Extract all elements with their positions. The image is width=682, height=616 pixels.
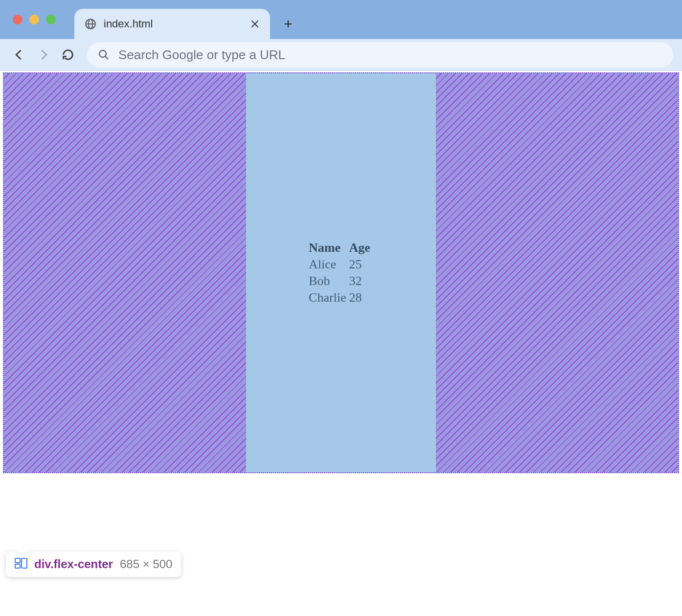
col-header-age: Age (349, 240, 373, 256)
close-tab-button[interactable] (250, 19, 260, 29)
table-row: Alice 25 (309, 256, 373, 273)
svg-rect-1 (15, 558, 20, 563)
layout-icon (15, 558, 27, 571)
table-header-row: Name Age (309, 240, 373, 256)
browser-tab-strip: index.html + (0, 0, 682, 39)
devtools-element-tooltip: div.flex-center 685 × 500 (6, 551, 181, 577)
cell-name: Alice (309, 256, 349, 273)
table-row: Charlie 28 (309, 289, 373, 306)
address-bar[interactable]: Search Google or type a URL (87, 42, 673, 67)
cell-age: 28 (349, 289, 373, 306)
col-header-name: Name (309, 240, 349, 256)
tooltip-dimensions: 685 × 500 (120, 557, 172, 571)
tooltip-class: .flex-center (50, 557, 113, 571)
flex-center-inspected[interactable]: Name Age Alice 25 Bob 32 Charlie (3, 72, 679, 473)
reload-button[interactable] (58, 44, 78, 65)
minimize-window-button[interactable] (29, 15, 39, 24)
svg-point-0 (99, 50, 106, 57)
tab-title: index.html (104, 18, 250, 30)
address-bar-placeholder: Search Google or type a URL (118, 47, 285, 63)
cell-age: 32 (349, 273, 373, 289)
svg-rect-2 (22, 558, 27, 568)
flex-free-space-right (436, 73, 678, 472)
tooltip-caret (18, 547, 27, 551)
cell-name: Charlie (309, 289, 349, 306)
tooltip-tag: div (34, 557, 50, 571)
forward-button[interactable] (33, 44, 54, 65)
back-button[interactable] (9, 44, 29, 65)
globe-icon (84, 18, 97, 30)
cell-age: 25 (349, 256, 373, 273)
browser-toolbar: Search Google or type a URL (0, 39, 682, 70)
close-window-button[interactable] (13, 15, 23, 24)
new-tab-button[interactable]: + (280, 16, 296, 32)
page-viewport: Name Age Alice 25 Bob 32 Charlie (0, 72, 682, 473)
table-row: Bob 32 (309, 273, 373, 289)
search-icon (98, 49, 110, 61)
maximize-window-button[interactable] (46, 15, 56, 24)
data-table: Name Age Alice 25 Bob 32 Charlie (309, 240, 373, 306)
flex-free-space-left (4, 73, 246, 472)
window-controls (13, 15, 56, 24)
toolbar-divider (0, 70, 682, 71)
flex-item: Name Age Alice 25 Bob 32 Charlie (309, 73, 373, 472)
browser-tab[interactable]: index.html (74, 9, 270, 39)
tooltip-selector: div.flex-center (34, 557, 113, 571)
cell-name: Bob (309, 273, 349, 289)
svg-rect-3 (15, 564, 20, 568)
